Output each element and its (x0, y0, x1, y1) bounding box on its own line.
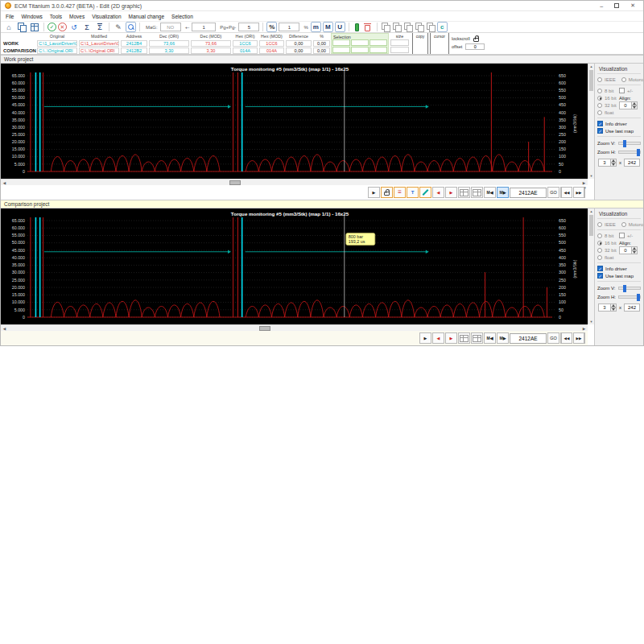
swap-icon[interactable] (427, 23, 435, 31)
zoom-v-slider[interactable] (618, 287, 641, 290)
step-back-button[interactable]: ◀ (432, 187, 444, 198)
line-tool-button[interactable] (419, 187, 431, 198)
selection-cell[interactable] (332, 47, 350, 53)
align-value[interactable]: 0 (619, 101, 632, 109)
home-icon[interactable]: ⌂ (3, 22, 14, 32)
rows-value[interactable]: 3 (598, 303, 611, 312)
minimize-button[interactable]: – (600, 3, 603, 9)
32bit-radio[interactable] (597, 248, 602, 253)
spin-down-icon[interactable] (611, 308, 617, 312)
signed-checkbox[interactable] (619, 233, 625, 238)
scroll-up-icon[interactable]: ▲ (588, 64, 594, 69)
selection-cell[interactable] (369, 47, 387, 53)
align-spinner[interactable]: 0 (619, 246, 641, 254)
comparison-vscrollbar[interactable]: ▲ ▼ (588, 208, 594, 324)
zoom-h-slider[interactable] (618, 295, 641, 299)
lock-tool-button[interactable] (381, 187, 393, 198)
list-tool-button[interactable]: ≡ (394, 187, 406, 198)
map-forward-button[interactable]: M▶ (497, 332, 509, 344)
work-chart[interactable]: 65.00065060.00060055.00055050.00050045.0… (1, 64, 588, 179)
max-button[interactable]: M (323, 22, 333, 32)
comparison-modified-path[interactable]: C:\..\Original.ORI (79, 47, 119, 54)
menu-item-windows[interactable]: Windows (21, 14, 42, 19)
scroll-down-icon[interactable]: ▼ (588, 173, 594, 179)
unit-button[interactable]: U (335, 22, 345, 32)
page-input[interactable] (238, 23, 259, 31)
16bit-radio[interactable] (597, 96, 602, 101)
paste-icon[interactable] (404, 23, 412, 31)
menu-item-manual-change[interactable]: Manual change (129, 14, 164, 19)
ieee-radio[interactable] (597, 222, 602, 227)
sigma-avg-icon[interactable]: Σ (94, 22, 105, 32)
sigma-icon[interactable]: Σ (81, 22, 93, 32)
float-radio[interactable] (597, 255, 602, 260)
16bit-radio[interactable] (597, 241, 602, 246)
vscroll-thumb[interactable] (589, 215, 593, 236)
grid-window-icon[interactable] (29, 22, 40, 32)
info-driver-checkbox[interactable]: ✓ (597, 266, 603, 271)
offset-input[interactable] (465, 43, 485, 50)
lock-icon[interactable] (473, 38, 479, 42)
edit-icon[interactable]: ✎ (113, 22, 124, 32)
percent-button[interactable]: % (266, 22, 277, 32)
cancel-icon[interactable]: ✕ (58, 23, 67, 31)
spin-down-icon[interactable] (611, 163, 617, 167)
map-back-button[interactable]: M◀ (484, 187, 496, 198)
undo-icon[interactable]: ↺ (68, 22, 80, 32)
scroll-up-icon[interactable]: ▲ (588, 208, 594, 214)
copy-c-button[interactable]: c (437, 22, 448, 32)
work-dec-ori[interactable]: 73,66 (149, 40, 189, 47)
work-original-path[interactable]: C:\1_LavoriDriver\OR (37, 40, 77, 47)
work-vscrollbar[interactable]: ▲ ▼ (588, 64, 594, 179)
align-value[interactable]: 0 (619, 246, 632, 254)
percent-input[interactable] (279, 23, 299, 31)
zoom-v-slider[interactable] (618, 142, 641, 145)
info-driver-checkbox[interactable]: ✓ (597, 121, 603, 126)
32bit-radio[interactable] (597, 103, 602, 108)
align-spinner[interactable]: 0 (619, 101, 641, 109)
comparison-hex-mod[interactable]: 014A (259, 47, 284, 54)
menu-item-moves[interactable]: Moves (69, 14, 85, 19)
menu-item-tools[interactable]: Tools (50, 14, 62, 19)
cols-input[interactable] (624, 303, 640, 312)
zoom-tool-icon[interactable] (126, 22, 136, 32)
address-input[interactable] (510, 188, 547, 198)
8bit-radio[interactable] (597, 233, 602, 238)
comparison-dec-ori[interactable]: 3,30 (149, 47, 189, 54)
copy-selection-icon[interactable] (393, 23, 401, 31)
ieee-radio[interactable] (597, 77, 602, 82)
jump-first-button[interactable]: ◀◀ (560, 187, 572, 198)
comparison-hscrollbar[interactable]: ◀ ▶ (1, 324, 588, 331)
menu-item-visualization[interactable]: Visualization (92, 14, 121, 19)
step-forward-button[interactable]: ▶ (445, 187, 457, 198)
rows-value[interactable]: 3 (598, 159, 611, 167)
work-hex-mod[interactable]: 1CC6 (259, 40, 284, 47)
map-back-button[interactable]: M◀ (484, 332, 496, 344)
map-forward-button[interactable]: M▶ (497, 187, 509, 198)
scroll-down-icon[interactable]: ▼ (588, 319, 594, 324)
min-button[interactable]: m (311, 22, 321, 32)
mag-input[interactable] (160, 23, 181, 31)
rows-spinner[interactable]: 3 (598, 303, 617, 312)
work-modified-path[interactable]: C:\1_LavoriDriver\OR (79, 40, 119, 47)
table-view-button[interactable] (458, 332, 470, 344)
comparison-dec-mod[interactable]: 3,30 (191, 47, 231, 54)
cols-input[interactable] (624, 159, 640, 167)
table-view-button[interactable] (458, 187, 470, 198)
play-button[interactable]: ▶ (368, 187, 380, 198)
table-view-alt-button[interactable] (471, 187, 483, 198)
ok-icon[interactable]: ✓ (47, 23, 56, 31)
comparison-chart[interactable]: 65.00065060.00060055.00055050.00050045.0… (1, 208, 588, 324)
spin-down-icon[interactable] (632, 250, 638, 254)
work-dec-mod[interactable]: 73,66 (191, 40, 231, 47)
work-hex-ori[interactable]: 1CC6 (233, 40, 258, 47)
step-back-button[interactable]: ◀ (432, 332, 444, 344)
jump-first-button[interactable]: ◀◀ (560, 332, 572, 344)
slider-thumb[interactable] (637, 294, 640, 301)
motorola-radio[interactable] (621, 77, 626, 82)
text-tool-button[interactable]: T (407, 187, 419, 198)
play-button[interactable]: ▶ (419, 332, 431, 344)
slider-thumb[interactable] (623, 140, 626, 147)
selection-cell[interactable] (351, 47, 369, 53)
slider-thumb[interactable] (637, 149, 640, 156)
